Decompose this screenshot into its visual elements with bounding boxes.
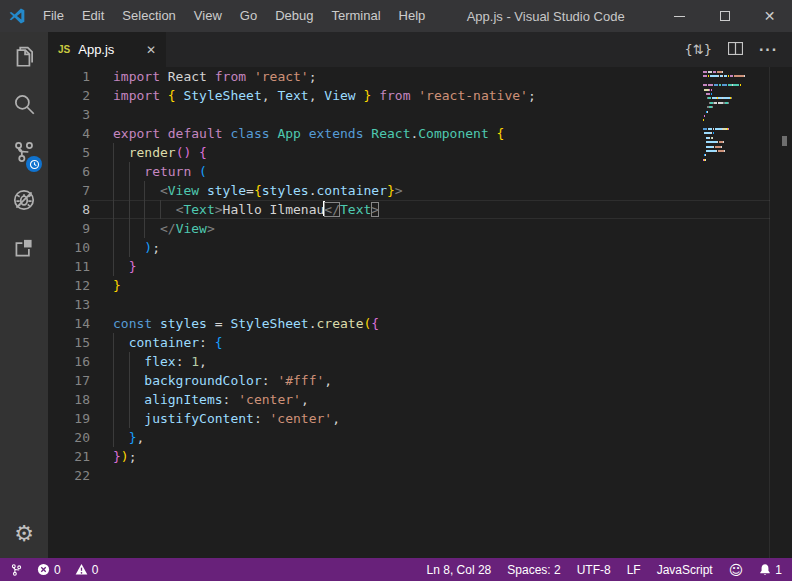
code-line[interactable]: 20 },	[48, 428, 770, 447]
problems-errors-button[interactable]: 0	[37, 563, 61, 577]
code-line[interactable]: 4export default class App extends React.…	[48, 124, 770, 143]
code-text: import { StyleSheet, Text, View } from '…	[90, 86, 770, 105]
close-button[interactable]: ✕	[747, 0, 792, 32]
line-number[interactable]: 16	[48, 352, 90, 371]
code-line[interactable]: 21});	[48, 447, 770, 466]
warning-icon	[75, 563, 88, 576]
cursor-position-button[interactable]: Ln 8, Col 28	[427, 563, 492, 577]
line-number[interactable]: 15	[48, 333, 90, 352]
menu-file[interactable]: File	[34, 0, 73, 32]
line-number[interactable]: 13	[48, 295, 90, 314]
code-text: const styles = StyleSheet.create({	[90, 314, 770, 333]
code-line[interactable]: 16 flex: 1,	[48, 352, 770, 371]
code-line[interactable]: 1import React from 'react';	[48, 67, 770, 86]
eol-button[interactable]: LF	[627, 563, 641, 577]
menu-debug[interactable]: Debug	[266, 0, 322, 32]
code-text: }	[90, 257, 770, 276]
minimize-icon	[674, 16, 685, 17]
code-line[interactable]: 9 </View>	[48, 219, 770, 238]
error-count: 0	[54, 563, 61, 577]
code-line[interactable]: 12}	[48, 276, 770, 295]
code-text	[90, 466, 770, 485]
line-number[interactable]: 20	[48, 428, 90, 447]
line-number[interactable]: 18	[48, 390, 90, 409]
line-number[interactable]: 2	[48, 86, 90, 105]
error-icon	[37, 563, 50, 576]
code-line[interactable]: 7 <View style={styles.container}>	[48, 181, 770, 200]
activity-extensions-button[interactable]	[0, 224, 48, 272]
code-line[interactable]: 14const styles = StyleSheet.create({	[48, 314, 770, 333]
code-line[interactable]: 13	[48, 295, 770, 314]
status-bar: 0 0 Ln 8, Col 28 Spaces: 2 UTF-8 LF Java…	[0, 558, 792, 581]
code-line[interactable]: 6 return (	[48, 162, 770, 181]
menu-view[interactable]: View	[185, 0, 231, 32]
manage-button[interactable]: ⚙	[0, 510, 48, 558]
activity-search-button[interactable]	[0, 80, 48, 128]
code-line[interactable]: 15 container: {	[48, 333, 770, 352]
window-title: App.js - Visual Studio Code	[434, 9, 657, 24]
code-line[interactable]: 18 alignItems: 'center',	[48, 390, 770, 409]
activity-debug-button[interactable]	[0, 176, 48, 224]
indentation-button[interactable]: Spaces: 2	[507, 563, 560, 577]
code-line[interactable]: 17 backgroundColor: '#fff',	[48, 371, 770, 390]
code-line[interactable]: 5 render() {	[48, 143, 770, 162]
code-text: </View>	[90, 219, 770, 238]
activity-source-control-button[interactable]	[0, 128, 48, 176]
code-line[interactable]: 8 <Text>Hallo Ilmenau</Text>	[48, 200, 770, 219]
notification-count: 1	[775, 563, 782, 577]
vscode-window: File Edit Selection View Go Debug Termin…	[0, 0, 792, 581]
git-branch-icon	[10, 563, 23, 577]
code-text: return (	[90, 162, 770, 181]
line-number[interactable]: 8	[48, 200, 90, 219]
activity-explorer-button[interactable]	[0, 32, 48, 80]
tab-appjs[interactable]: JS App.js ✕	[48, 32, 166, 67]
menu-help[interactable]: Help	[390, 0, 435, 32]
line-number[interactable]: 3	[48, 105, 90, 124]
line-number[interactable]: 6	[48, 162, 90, 181]
code-line[interactable]: 22	[48, 466, 770, 485]
line-number[interactable]: 21	[48, 447, 90, 466]
code-line[interactable]: 2import { StyleSheet, Text, View } from …	[48, 86, 770, 105]
code-line[interactable]: 3	[48, 105, 770, 124]
overview-ruler[interactable]	[770, 67, 792, 558]
line-number[interactable]: 11	[48, 257, 90, 276]
line-number[interactable]: 14	[48, 314, 90, 333]
clock-icon	[29, 159, 40, 170]
line-number[interactable]: 4	[48, 124, 90, 143]
maximize-button[interactable]	[702, 0, 747, 32]
notifications-button[interactable]: 1	[759, 563, 782, 577]
code-text: justifyContent: 'center',	[90, 409, 770, 428]
line-number[interactable]: 22	[48, 466, 90, 485]
git-branch-button[interactable]	[10, 563, 23, 577]
line-number[interactable]: 1	[48, 67, 90, 86]
code-line[interactable]: 11 }	[48, 257, 770, 276]
language-mode-button[interactable]: JavaScript	[657, 563, 713, 577]
line-number[interactable]: 12	[48, 276, 90, 295]
split-editor-button[interactable]	[728, 41, 743, 59]
encoding-button[interactable]: UTF-8	[577, 563, 611, 577]
problems-warnings-button[interactable]: 0	[75, 563, 99, 577]
activity-bar-spacer	[0, 272, 48, 510]
line-number[interactable]: 17	[48, 371, 90, 390]
line-number[interactable]: 10	[48, 238, 90, 257]
vscode-logo-icon	[0, 7, 34, 25]
minimap[interactable]	[698, 67, 770, 558]
code-text: });	[90, 447, 770, 466]
line-number[interactable]: 19	[48, 409, 90, 428]
code-editor[interactable]: 1import React from 'react';2import { Sty…	[48, 67, 792, 558]
feedback-button[interactable]: ☺	[729, 563, 744, 577]
sync-progress-badge	[26, 156, 42, 172]
minimize-button[interactable]	[657, 0, 702, 32]
tab-close-icon[interactable]: ✕	[146, 43, 156, 57]
more-actions-button[interactable]: ···	[759, 41, 778, 59]
menu-go[interactable]: Go	[231, 0, 266, 32]
menu-terminal[interactable]: Terminal	[322, 0, 389, 32]
line-number[interactable]: 9	[48, 219, 90, 238]
open-changes-button[interactable]: {⇅}	[685, 42, 712, 57]
menu-edit[interactable]: Edit	[73, 0, 113, 32]
menu-selection[interactable]: Selection	[113, 0, 184, 32]
line-number[interactable]: 5	[48, 143, 90, 162]
line-number[interactable]: 7	[48, 181, 90, 200]
code-line[interactable]: 10 );	[48, 238, 770, 257]
code-line[interactable]: 19 justifyContent: 'center',	[48, 409, 770, 428]
